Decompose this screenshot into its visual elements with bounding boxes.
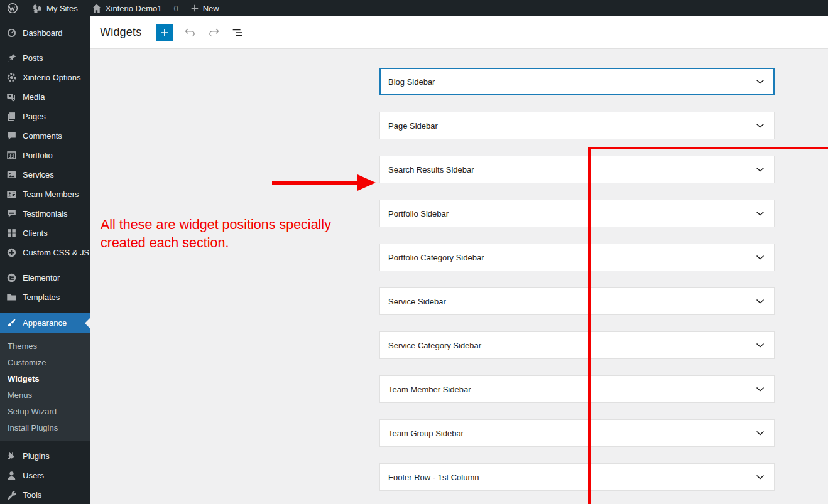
- clients-grid-icon: [6, 228, 17, 239]
- sidebar-item-appearance[interactable]: Appearance: [0, 313, 90, 333]
- submenu-item-menus[interactable]: Menus: [0, 387, 90, 403]
- sidebar-item-label: Comments: [23, 131, 62, 141]
- menu-separator: [0, 43, 90, 48]
- submenu-item-install-plugins[interactable]: Install Plugins: [0, 419, 90, 436]
- widget-area-label: Portfolio Sidebar: [388, 209, 449, 218]
- sidebar-item-label: Elementor: [23, 273, 60, 282]
- undo-button[interactable]: [182, 25, 197, 40]
- brush-icon: [6, 318, 17, 329]
- sidebar-item-label: Dashboard: [23, 28, 63, 38]
- widget-area-portfolio-sidebar[interactable]: Portfolio Sidebar: [379, 200, 775, 227]
- chevron-down-icon: [756, 211, 765, 216]
- sidebar-item-services[interactable]: Services: [0, 165, 90, 185]
- sidebar-item-label: Users: [23, 471, 44, 480]
- page-title: Widgets: [100, 26, 141, 39]
- chevron-down-icon: [756, 123, 765, 128]
- sidebar-item-portfolio[interactable]: Portfolio: [0, 146, 90, 165]
- sidebar-item-comments[interactable]: Comments: [0, 126, 90, 146]
- sidebar-item-tools[interactable]: Tools: [0, 485, 90, 504]
- widget-area-portfolio-category-sidebar[interactable]: Portfolio Category Sidebar: [379, 244, 775, 271]
- plus-icon: [190, 4, 199, 13]
- submenu-item-customize[interactable]: Customize: [0, 354, 90, 370]
- services-icon: [6, 169, 17, 181]
- widget-area-footer-row-1st-column[interactable]: Footer Row - 1st Column: [379, 463, 775, 491]
- pin-icon: [6, 53, 17, 64]
- redo-button[interactable]: [206, 25, 221, 40]
- list-view-icon: [231, 26, 244, 40]
- sidebar-item-clients[interactable]: Clients: [0, 223, 90, 243]
- widget-area-label: Portfolio Category Sidebar: [388, 253, 484, 262]
- sidebar-item-label: Testimonials: [23, 209, 68, 218]
- widgets-editor-header: Widgets: [90, 16, 828, 49]
- submenu-item-setup-wizard[interactable]: Setup Wizard: [0, 403, 90, 419]
- block-inserter-button[interactable]: [156, 24, 173, 41]
- widget-area-search-results-sidebar[interactable]: Search Results Sidebar: [379, 156, 775, 183]
- sidebar-item-label: Pages: [23, 112, 46, 121]
- sidebar-item-plugins[interactable]: Plugins: [0, 446, 90, 466]
- submenu-item-widgets[interactable]: Widgets: [0, 370, 90, 387]
- sidebar-item-label: Media: [23, 92, 45, 102]
- widget-area-label: Search Results Sidebar: [388, 165, 474, 174]
- chevron-down-icon: [756, 475, 765, 480]
- menu-separator: [0, 262, 90, 268]
- appearance-submenu: Themes Customize Widgets Menus Setup Wiz…: [0, 333, 90, 441]
- site-name-menu[interactable]: Xinterio Demo1: [85, 0, 169, 16]
- chevron-down-icon: [756, 387, 765, 392]
- widget-area-label: Blog Sidebar: [388, 77, 435, 87]
- sidebar-item-pages[interactable]: Pages: [0, 107, 90, 126]
- sidebar-item-elementor[interactable]: Elementor: [0, 268, 90, 287]
- widget-area-service-sidebar[interactable]: Service Sidebar: [379, 287, 775, 315]
- sidebar-item-posts[interactable]: Posts: [0, 48, 90, 68]
- my-sites-icon: [32, 4, 43, 13]
- admin-sidebar: Dashboard Posts Xinterio Options Media: [0, 16, 90, 504]
- menu-separator: [0, 441, 90, 446]
- sidebar-item-label: Tools: [23, 490, 41, 500]
- wrench-icon: [6, 490, 17, 501]
- widget-area-label: Footer Row - 1st Column: [388, 473, 479, 482]
- sidebar-item-label: Templates: [23, 292, 60, 302]
- sidebar-item-media[interactable]: Media: [0, 87, 90, 107]
- plus-circle-icon: [6, 247, 17, 259]
- media-icon: [6, 92, 17, 103]
- sidebar-item-testimonials[interactable]: Testimonials: [0, 204, 90, 223]
- chevron-down-icon: [756, 431, 765, 436]
- widget-area-blog-sidebar[interactable]: Blog Sidebar: [379, 68, 775, 95]
- widget-area-team-group-sidebar[interactable]: Team Group Sidebar: [379, 419, 775, 447]
- widget-area-page-sidebar[interactable]: Page Sidebar: [379, 112, 775, 139]
- submenu-item-themes[interactable]: Themes: [0, 338, 90, 354]
- widget-area-service-category-sidebar[interactable]: Service Category Sidebar: [379, 331, 775, 359]
- plug-icon: [6, 451, 17, 462]
- sidebar-item-users[interactable]: Users: [0, 466, 90, 485]
- sidebar-item-team-members[interactable]: Team Members: [0, 185, 90, 204]
- widget-area-label: Team Group Sidebar: [388, 429, 464, 438]
- home-icon: [92, 4, 102, 13]
- wordpress-logo-icon: [7, 3, 18, 14]
- sidebar-item-dashboard[interactable]: Dashboard: [0, 23, 90, 43]
- sidebar-item-label: Services: [23, 170, 54, 180]
- list-view-button[interactable]: [230, 25, 245, 40]
- sidebar-item-custom-css-js[interactable]: Custom CSS & JS: [0, 243, 90, 262]
- chevron-down-icon: [756, 343, 765, 348]
- user-icon: [6, 470, 17, 481]
- chevron-down-icon: [756, 255, 765, 260]
- my-sites-menu[interactable]: My Sites: [25, 0, 85, 16]
- dashboard-icon: [6, 28, 17, 39]
- new-content-menu[interactable]: New: [183, 0, 226, 16]
- annotation-rectangle-top-edge: [588, 147, 828, 149]
- pages-icon: [6, 111, 17, 122]
- portfolio-grid-icon: [6, 150, 17, 161]
- widget-area-team-member-sidebar[interactable]: Team Member Sidebar: [379, 375, 775, 403]
- admin-bar: My Sites Xinterio Demo1 0 New: [0, 0, 828, 16]
- comment-count-badge[interactable]: 0: [168, 4, 183, 13]
- my-sites-label: My Sites: [46, 4, 78, 13]
- widget-area-list: Blog Sidebar Page Sidebar Search Results…: [379, 68, 775, 491]
- wordpress-logo-menu[interactable]: [0, 0, 25, 16]
- chevron-down-icon: [756, 167, 765, 172]
- id-card-icon: [6, 189, 17, 200]
- sidebar-item-xinterio-options[interactable]: Xinterio Options: [0, 68, 90, 87]
- sidebar-item-label: Portfolio: [23, 151, 53, 160]
- sidebar-item-templates[interactable]: Templates: [0, 287, 90, 307]
- widgets-canvas: Blog Sidebar Page Sidebar Search Results…: [90, 49, 828, 504]
- widget-area-label: Service Category Sidebar: [388, 341, 481, 350]
- chevron-down-icon: [756, 79, 765, 84]
